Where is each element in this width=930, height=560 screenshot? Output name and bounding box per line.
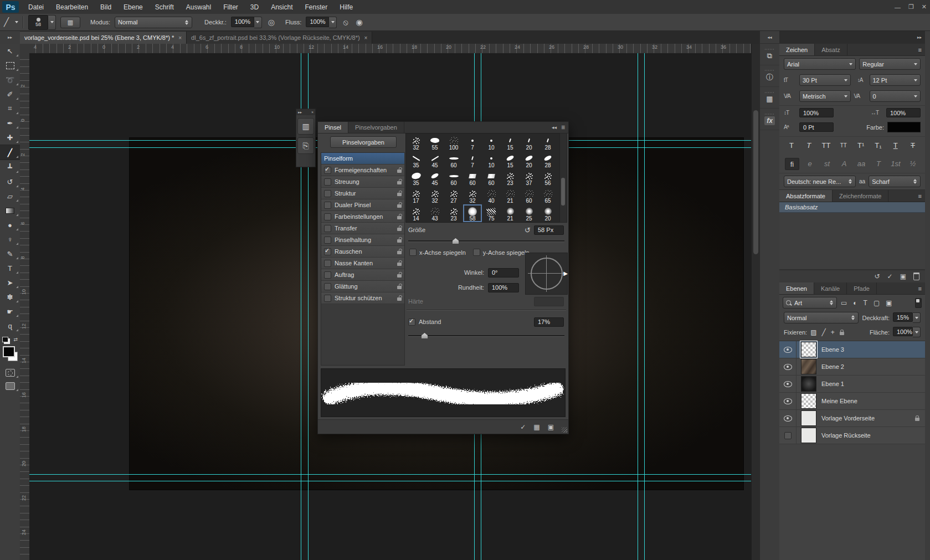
- flow-field[interactable]: 100%: [306, 17, 337, 28]
- airbrush-icon[interactable]: ⦸: [341, 18, 350, 27]
- document-tab[interactable]: vorlage_vorderseite.psd bei 25% (Ebene 3…: [20, 32, 187, 44]
- brush-tip-35[interactable]: 35: [407, 151, 425, 169]
- lock-all-icon[interactable]: [840, 332, 844, 335]
- visibility-cell[interactable]: [779, 393, 797, 409]
- section-checkbox[interactable]: [324, 237, 331, 244]
- eye-icon[interactable]: [784, 347, 792, 353]
- brush-section-farbeinstellungen[interactable]: Farbeinstellungen: [321, 211, 404, 223]
- path-selection-tool[interactable]: ➤: [0, 275, 20, 290]
- layer-thumbnail[interactable]: [801, 359, 816, 374]
- layer-filter-dropdown[interactable]: Art: [783, 297, 837, 309]
- stylistic-alternates-button[interactable]: st: [820, 158, 834, 169]
- canvas-scrollbar[interactable]: [751, 44, 760, 560]
- flip-x-checkbox[interactable]: [409, 249, 417, 256]
- ligatures-button[interactable]: fi: [785, 158, 799, 170]
- gradient-tool[interactable]: [0, 203, 20, 218]
- brush-tip-43[interactable]: 43: [425, 204, 444, 222]
- visibility-cell[interactable]: [779, 427, 797, 444]
- panel-menu-icon[interactable]: ≡: [918, 44, 925, 55]
- ornaments-button[interactable]: T: [872, 158, 885, 169]
- brush-section-pinselhaltung[interactable]: Pinselhaltung: [321, 234, 404, 246]
- layer-thumbnail[interactable]: [801, 393, 816, 409]
- restore-icon[interactable]: ❐: [908, 3, 914, 11]
- brush-tip-58[interactable]: 58: [463, 204, 482, 222]
- tab-ebenen[interactable]: Ebenen: [779, 282, 814, 294]
- panel-menu-icon[interactable]: ≡: [918, 282, 925, 294]
- menu-item-ebene[interactable]: Ebene: [117, 0, 149, 14]
- font-style-dropdown[interactable]: Regular: [859, 58, 921, 70]
- brush-tip-15[interactable]: 15: [501, 133, 520, 151]
- size-reset-icon[interactable]: ↺: [525, 226, 531, 234]
- tool-preset-arrow-icon[interactable]: [15, 21, 18, 23]
- brush-tip-20[interactable]: 20: [520, 151, 538, 169]
- all-caps-button[interactable]: TT: [820, 140, 833, 151]
- brush-picker-arrow[interactable]: [48, 15, 56, 30]
- layer-row[interactable]: Meine Ebene: [779, 393, 925, 410]
- list-item-basisabsatz[interactable]: Basisabsatz: [779, 202, 925, 213]
- brush-tip-28[interactable]: 28: [538, 133, 557, 151]
- brush-tip-21[interactable]: 21: [501, 187, 520, 204]
- healing-brush-tool[interactable]: ✚: [0, 130, 20, 145]
- angle-roundness-widget[interactable]: ▶: [525, 253, 568, 295]
- brush-tip-7[interactable]: 7: [463, 151, 482, 169]
- font-family-dropdown[interactable]: Arial: [784, 58, 856, 70]
- brush-section-dualer-pinsel[interactable]: Dualer Pinsel: [321, 199, 404, 211]
- brush-tip-10[interactable]: 10: [482, 133, 501, 151]
- brush-tip-60[interactable]: 60: [482, 169, 501, 187]
- brush-section-streuung[interactable]: Streuung: [321, 176, 404, 188]
- lock-icon[interactable]: [397, 204, 402, 208]
- hand-tool[interactable]: ☛: [0, 304, 20, 318]
- brush-tip-35[interactable]: 35: [407, 169, 425, 187]
- clone-source-dock-icon[interactable]: ⎘: [297, 137, 314, 154]
- panel-resize-grip[interactable]: [562, 427, 567, 433]
- lock-icon[interactable]: [397, 274, 402, 278]
- preset-manager-icon[interactable]: ▦: [533, 423, 539, 431]
- language-dropdown[interactable]: Deutsch: neue Re...: [784, 176, 856, 187]
- filter-adjustment-layers-icon[interactable]: ◐: [853, 299, 857, 307]
- tab-close-icon[interactable]: ×: [364, 35, 368, 41]
- tab-zeichenformate[interactable]: Zeichenformate: [833, 190, 888, 202]
- brush-tip-25[interactable]: 25: [520, 204, 538, 222]
- history-brush-tool[interactable]: ↺: [0, 174, 20, 189]
- section-checkbox[interactable]: [324, 260, 331, 267]
- brush-tip-21[interactable]: 21: [501, 204, 520, 222]
- section-checkbox[interactable]: [324, 202, 331, 209]
- lock-icon[interactable]: [397, 239, 402, 243]
- delete-style-icon[interactable]: [913, 273, 919, 280]
- panel-menu-icon[interactable]: ≡: [561, 124, 565, 131]
- new-style-icon[interactable]: ▣: [900, 273, 906, 280]
- lock-icon[interactable]: [397, 286, 402, 289]
- brush-tip-32[interactable]: 32: [425, 187, 444, 204]
- lock-position-icon[interactable]: +: [831, 328, 835, 336]
- toggle-brush-panel-button[interactable]: ▥: [60, 17, 80, 28]
- layer-row[interactable]: Vorlage Rückseite: [779, 427, 925, 444]
- pressure-opacity-icon[interactable]: ◎: [266, 18, 276, 27]
- tab-zeichen[interactable]: Zeichen: [779, 44, 815, 55]
- deckkraft-field[interactable]: 15%: [893, 312, 921, 323]
- menu-item-fenster[interactable]: Fenster: [299, 0, 334, 14]
- layer-thumbnail[interactable]: [801, 376, 816, 392]
- brush-tip-7[interactable]: 7: [463, 133, 482, 151]
- toolbar-collapse-icon[interactable]: ▸▸: [0, 31, 20, 44]
- layer-thumbnail[interactable]: [801, 342, 816, 357]
- menu-item-ansicht[interactable]: Ansicht: [265, 0, 299, 14]
- titling-alternates-button[interactable]: A: [837, 158, 851, 169]
- contextual-alternates-button[interactable]: aa: [855, 158, 868, 169]
- faux-bold-button[interactable]: T: [785, 140, 798, 151]
- swash-button[interactable]: e: [803, 158, 816, 169]
- brush-tip-23[interactable]: 23: [444, 204, 463, 222]
- panel-collapse-icon[interactable]: ◂◂: [552, 125, 557, 130]
- tracking-dropdown[interactable]: 0: [870, 90, 921, 102]
- panel-group-collapse-icon[interactable]: ▸▸: [779, 31, 925, 44]
- size-slider[interactable]: [408, 238, 564, 244]
- quick-selection-tool[interactable]: ✐: [0, 87, 20, 101]
- styles-fx-icon[interactable]: fx: [760, 109, 779, 130]
- font-size-dropdown[interactable]: 30 Pt: [799, 74, 851, 86]
- brush-tip-32[interactable]: 32: [407, 133, 425, 151]
- eye-icon[interactable]: [784, 364, 792, 370]
- brush-tip-32[interactable]: 32: [463, 187, 482, 204]
- brush-tip-23[interactable]: 23: [501, 169, 520, 187]
- lock-icon[interactable]: [397, 181, 402, 184]
- brush-tip-60[interactable]: 60: [463, 169, 482, 187]
- document-tab[interactable]: dl_6s_zf_portrait.psd bei 33,3% (Vorlage…: [187, 32, 372, 44]
